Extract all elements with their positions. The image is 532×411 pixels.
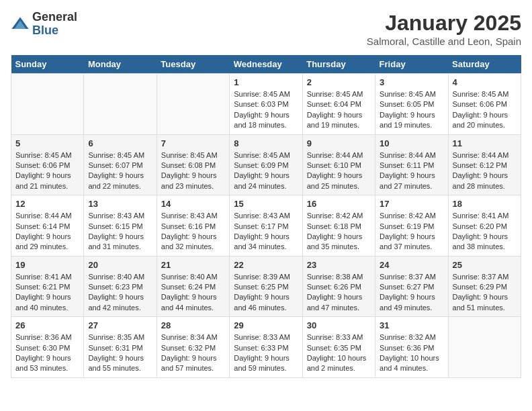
calendar-day-cell: 17Sunrise: 8:42 AM Sunset: 6:19 PM Dayli… <box>375 195 448 257</box>
day-info: Sunrise: 8:41 AM Sunset: 6:20 PM Dayligh… <box>453 211 517 253</box>
day-number: 14 <box>161 199 225 209</box>
calendar-header-row: SundayMondayTuesdayWednesdayThursdayFrid… <box>11 55 521 74</box>
calendar-day-cell: 11Sunrise: 8:44 AM Sunset: 6:12 PM Dayli… <box>448 134 521 195</box>
day-number: 23 <box>307 260 371 270</box>
day-header-wednesday: Wednesday <box>230 55 302 74</box>
calendar-day-cell: 13Sunrise: 8:43 AM Sunset: 6:15 PM Dayli… <box>84 195 157 257</box>
day-info: Sunrise: 8:45 AM Sunset: 6:05 PM Dayligh… <box>380 89 443 131</box>
day-number: 8 <box>234 138 298 148</box>
day-info: Sunrise: 8:44 AM Sunset: 6:11 PM Dayligh… <box>380 150 443 192</box>
day-info: Sunrise: 8:42 AM Sunset: 6:19 PM Dayligh… <box>380 211 443 253</box>
day-info: Sunrise: 8:38 AM Sunset: 6:26 PM Dayligh… <box>307 272 371 314</box>
day-number: 4 <box>453 77 517 87</box>
calendar-day-cell: 28Sunrise: 8:34 AM Sunset: 6:32 PM Dayli… <box>157 317 229 378</box>
location-title: Salmoral, Castille and Leon, Spain <box>367 36 521 47</box>
day-number: 29 <box>234 320 298 330</box>
day-number: 10 <box>380 138 443 148</box>
day-header-sunday: Sunday <box>11 55 84 74</box>
calendar-day-cell: 31Sunrise: 8:32 AM Sunset: 6:36 PM Dayli… <box>375 317 448 378</box>
logo-icon <box>11 15 30 34</box>
day-info: Sunrise: 8:45 AM Sunset: 6:09 PM Dayligh… <box>234 150 298 192</box>
calendar-week-row: 12Sunrise: 8:44 AM Sunset: 6:14 PM Dayli… <box>11 195 521 257</box>
day-number: 16 <box>307 199 371 209</box>
calendar-empty-cell <box>11 74 84 135</box>
calendar-day-cell: 1Sunrise: 8:45 AM Sunset: 6:03 PM Daylig… <box>230 74 302 135</box>
day-number: 9 <box>307 138 371 148</box>
day-number: 28 <box>161 320 225 330</box>
day-info: Sunrise: 8:42 AM Sunset: 6:18 PM Dayligh… <box>307 211 371 253</box>
day-info: Sunrise: 8:45 AM Sunset: 6:08 PM Dayligh… <box>161 150 225 192</box>
day-number: 26 <box>15 320 79 330</box>
calendar-day-cell: 26Sunrise: 8:36 AM Sunset: 6:30 PM Dayli… <box>11 317 84 378</box>
month-title: January 2025 <box>367 11 521 36</box>
calendar-day-cell: 8Sunrise: 8:45 AM Sunset: 6:09 PM Daylig… <box>230 134 302 195</box>
calendar-week-row: 1Sunrise: 8:45 AM Sunset: 6:03 PM Daylig… <box>11 74 521 135</box>
day-info: Sunrise: 8:44 AM Sunset: 6:14 PM Dayligh… <box>15 211 79 253</box>
day-info: Sunrise: 8:36 AM Sunset: 6:30 PM Dayligh… <box>15 332 79 374</box>
calendar-table: SundayMondayTuesdayWednesdayThursdayFrid… <box>11 55 521 378</box>
day-info: Sunrise: 8:32 AM Sunset: 6:36 PM Dayligh… <box>380 332 443 374</box>
day-header-friday: Friday <box>375 55 448 74</box>
day-number: 7 <box>161 138 225 148</box>
day-info: Sunrise: 8:45 AM Sunset: 6:06 PM Dayligh… <box>453 89 517 131</box>
calendar-week-row: 19Sunrise: 8:41 AM Sunset: 6:21 PM Dayli… <box>11 256 521 317</box>
calendar-day-cell: 21Sunrise: 8:40 AM Sunset: 6:24 PM Dayli… <box>157 256 229 317</box>
calendar-day-cell: 16Sunrise: 8:42 AM Sunset: 6:18 PM Dayli… <box>302 195 375 257</box>
day-info: Sunrise: 8:44 AM Sunset: 6:12 PM Dayligh… <box>453 150 517 192</box>
calendar-day-cell: 24Sunrise: 8:37 AM Sunset: 6:27 PM Dayli… <box>375 256 448 317</box>
day-number: 5 <box>15 138 79 148</box>
calendar-day-cell: 25Sunrise: 8:37 AM Sunset: 6:29 PM Dayli… <box>448 256 521 317</box>
logo-blue-text: Blue <box>32 24 77 38</box>
day-info: Sunrise: 8:33 AM Sunset: 6:35 PM Dayligh… <box>307 332 371 374</box>
calendar-week-row: 26Sunrise: 8:36 AM Sunset: 6:30 PM Dayli… <box>11 317 521 378</box>
calendar-day-cell: 30Sunrise: 8:33 AM Sunset: 6:35 PM Dayli… <box>302 317 375 378</box>
day-info: Sunrise: 8:41 AM Sunset: 6:21 PM Dayligh… <box>15 272 79 314</box>
calendar-day-cell: 7Sunrise: 8:45 AM Sunset: 6:08 PM Daylig… <box>157 134 229 195</box>
day-info: Sunrise: 8:43 AM Sunset: 6:15 PM Dayligh… <box>88 211 152 253</box>
calendar-day-cell: 3Sunrise: 8:45 AM Sunset: 6:05 PM Daylig… <box>375 74 448 135</box>
logo: General Blue <box>11 11 77 38</box>
day-info: Sunrise: 8:43 AM Sunset: 6:17 PM Dayligh… <box>234 211 298 253</box>
day-info: Sunrise: 8:45 AM Sunset: 6:07 PM Dayligh… <box>88 150 152 192</box>
logo-general-text: General <box>32 11 77 24</box>
page-header: General Blue January 2025 Salmoral, Cast… <box>11 11 521 47</box>
calendar-day-cell: 5Sunrise: 8:45 AM Sunset: 6:06 PM Daylig… <box>11 134 84 195</box>
day-header-saturday: Saturday <box>448 55 521 74</box>
calendar-day-cell: 9Sunrise: 8:44 AM Sunset: 6:10 PM Daylig… <box>302 134 375 195</box>
day-number: 12 <box>15 199 79 209</box>
calendar-empty-cell <box>157 74 229 135</box>
calendar-empty-cell <box>84 74 157 135</box>
day-info: Sunrise: 8:40 AM Sunset: 6:24 PM Dayligh… <box>161 272 225 314</box>
calendar-empty-cell <box>448 317 521 378</box>
calendar-day-cell: 10Sunrise: 8:44 AM Sunset: 6:11 PM Dayli… <box>375 134 448 195</box>
day-number: 30 <box>307 320 371 330</box>
calendar-day-cell: 2Sunrise: 8:45 AM Sunset: 6:04 PM Daylig… <box>302 74 375 135</box>
day-number: 27 <box>88 320 152 330</box>
day-info: Sunrise: 8:45 AM Sunset: 6:03 PM Dayligh… <box>234 89 298 131</box>
day-number: 25 <box>453 260 517 270</box>
calendar-day-cell: 14Sunrise: 8:43 AM Sunset: 6:16 PM Dayli… <box>157 195 229 257</box>
day-info: Sunrise: 8:33 AM Sunset: 6:33 PM Dayligh… <box>234 332 298 374</box>
calendar-day-cell: 19Sunrise: 8:41 AM Sunset: 6:21 PM Dayli… <box>11 256 84 317</box>
day-number: 3 <box>380 77 443 87</box>
day-header-tuesday: Tuesday <box>157 55 229 74</box>
day-header-thursday: Thursday <box>302 55 375 74</box>
calendar-day-cell: 12Sunrise: 8:44 AM Sunset: 6:14 PM Dayli… <box>11 195 84 257</box>
day-info: Sunrise: 8:35 AM Sunset: 6:31 PM Dayligh… <box>88 332 152 374</box>
day-info: Sunrise: 8:44 AM Sunset: 6:10 PM Dayligh… <box>307 150 371 192</box>
day-number: 20 <box>88 260 152 270</box>
calendar-day-cell: 29Sunrise: 8:33 AM Sunset: 6:33 PM Dayli… <box>230 317 302 378</box>
day-number: 1 <box>234 77 298 87</box>
day-info: Sunrise: 8:45 AM Sunset: 6:04 PM Dayligh… <box>307 89 371 131</box>
calendar-day-cell: 27Sunrise: 8:35 AM Sunset: 6:31 PM Dayli… <box>84 317 157 378</box>
day-number: 11 <box>453 138 517 148</box>
day-number: 21 <box>161 260 225 270</box>
calendar-day-cell: 18Sunrise: 8:41 AM Sunset: 6:20 PM Dayli… <box>448 195 521 257</box>
day-info: Sunrise: 8:37 AM Sunset: 6:27 PM Dayligh… <box>380 272 443 314</box>
day-number: 24 <box>380 260 443 270</box>
day-number: 6 <box>88 138 152 148</box>
day-number: 17 <box>380 199 443 209</box>
calendar-day-cell: 15Sunrise: 8:43 AM Sunset: 6:17 PM Dayli… <box>230 195 302 257</box>
day-info: Sunrise: 8:40 AM Sunset: 6:23 PM Dayligh… <box>88 272 152 314</box>
day-number: 22 <box>234 260 298 270</box>
